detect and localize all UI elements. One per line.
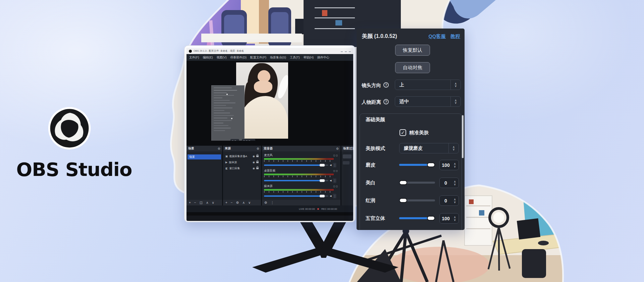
source-row[interactable]: ▣ 视频采集设备A ◉ [224,154,260,159]
restore-defaults-button[interactable]: 恢复默认 [395,45,430,56]
whitening-slider[interactable] [399,182,435,184]
rosy-label: 红润 [366,197,375,204]
media-source-icon: ▶ [225,161,227,164]
mixer-menu-button[interactable]: ⋮ [271,201,274,204]
portrait-feather [276,74,288,99]
tutorial-link[interactable]: 教程 [450,33,460,40]
volume-slider[interactable] [264,164,328,166]
lens-direction-select[interactable]: 上 ∧∨ [395,80,461,90]
channel-menu-button[interactable]: ⋮ [333,194,336,198]
menu-scene-collection[interactable]: 场景集合(S) [270,55,286,60]
facial-depth-value[interactable]: 100 ∧∨ [439,213,459,224]
sources-dock-title: 来源 [225,146,231,151]
visibility-eye-icon[interactable]: ◉ [253,155,255,158]
speaker-icon[interactable]: ◀ [330,164,331,167]
speaker-icon[interactable]: ◀ [330,179,331,182]
mixer-channel: 媒体源 ◻◻ ◀ ⋮ [264,184,338,198]
scene-item-selected[interactable]: 场景 [187,154,221,159]
transitions-dock: 场景过渡 [341,146,353,205]
preview-tab-layout[interactable] [242,139,255,141]
lock-icon[interactable] [256,161,259,163]
obs-window-logo-icon [189,50,192,53]
chevron-updown-icon[interactable]: ∧∨ [451,99,461,104]
menu-file[interactable]: 文件(F) [189,55,199,60]
scene-up-button[interactable]: ∧ [206,201,208,204]
rosy-slider[interactable] [399,199,435,201]
meter-ticks [264,191,334,193]
menu-edit[interactable]: 编辑(E) [203,55,213,60]
help-icon[interactable]: ? [383,82,389,88]
visibility-eye-icon[interactable]: ◉ [253,161,255,164]
facial-depth-slider[interactable] [399,217,435,219]
speaker-icon[interactable]: ◀ [330,195,331,197]
source-properties-button[interactable]: ⚙ [236,201,239,204]
mixer-settings-button[interactable]: ⚙ [264,201,267,204]
volume-slider[interactable] [264,180,328,181]
camera-source-icon: ▣ [225,155,228,158]
channel-options-icons[interactable]: ◻◻ [333,170,338,172]
transition-select[interactable] [343,154,352,158]
add-source-button[interactable]: + [225,201,227,204]
remove-source-button[interactable]: − [231,201,233,204]
source-row[interactable]: ◧ 窗口采集 ◉ [224,166,260,171]
obs-preview [186,61,353,141]
chevron-updown-icon[interactable]: ∧∨ [451,83,461,87]
monitor: OBS 29.1.3 - 配置文件: 未命名 - 场景: 未命名 文件(F) 编… [184,45,356,222]
menu-docks[interactable]: 停靠部件(D) [230,55,247,60]
source-up-button[interactable]: ∧ [243,201,245,204]
qq-support-link[interactable]: QQ客服 [428,33,446,40]
remove-scene-button[interactable]: − [194,201,196,204]
channel-menu-button[interactable]: ⋮ [333,163,336,168]
stepper-icon[interactable]: ∧∨ [452,198,459,203]
precise-skin-checkbox[interactable]: ✓ [399,129,406,136]
meter-ticks [264,160,334,162]
settings-dialog-capture [211,85,245,141]
stepper-icon[interactable]: ∧∨ [452,162,459,168]
visibility-eye-icon[interactable]: ◉ [253,167,255,170]
help-icon[interactable]: ? [383,99,389,104]
whitening-value[interactable]: 0 ∧∨ [439,178,459,188]
stepper-icon[interactable]: ∧∨ [452,180,459,186]
live-time: LIVE 00:00:00 [299,207,315,210]
meter-ticks [264,176,334,177]
lock-icon[interactable] [256,168,259,169]
smoothing-value[interactable]: 100 ∧∨ [439,160,459,170]
audio-meter [264,189,334,191]
window-source-icon: ◧ [225,167,228,170]
beauty-panel-title: 美颜 (1.0.0.52) [362,33,397,40]
window-controls[interactable] [341,50,351,52]
sources-dock: 来源 ⚙ ▣ 视频采集设备A ◉ ▶ 媒体源 ◉ [223,146,261,205]
gear-icon[interactable]: ⚙ [218,147,220,150]
menu-tools[interactable]: 工具(T) [290,55,300,60]
transition-duration[interactable] [343,161,350,164]
smoothing-label: 磨皮 [366,162,375,168]
autofocus-button[interactable]: 自动对焦 [395,62,430,73]
subject-distance-select[interactable]: 适中 ∧∨ [395,96,461,107]
source-down-button[interactable]: ∨ [248,201,251,204]
scene-down-button[interactable]: ∨ [212,201,214,204]
channel-menu-button[interactable]: ⋮ [333,178,336,183]
chevron-updown-icon[interactable]: ∧∨ [449,146,459,151]
menu-help[interactable]: 帮助(H) [304,55,314,60]
source-row[interactable]: ▶ 媒体源 ◉ [224,160,260,165]
smoothing-slider[interactable] [399,164,435,166]
skin-mode-select[interactable]: 朦胧磨皮 ∧∨ [399,143,459,153]
rosy-value[interactable]: 0 ∧∨ [439,195,459,206]
menu-view[interactable]: 视图(V) [217,55,227,60]
lock-icon[interactable] [256,155,259,157]
menu-profile[interactable]: 配置文件(P) [250,55,266,60]
stepper-icon[interactable]: ∧∨ [452,216,459,221]
panel-scrollbar[interactable] [462,115,464,158]
scene-filters-button[interactable]: ◫ [200,201,203,204]
promo-page: OBS Studio OBS 29.1.3 - 配置文件: 未命名 - 场景: … [0,0,644,282]
channel-options-icons[interactable]: ◻◻ [333,154,338,157]
gear-icon[interactable]: ⚙ [336,147,339,150]
lens-direction-label: 镜头方向 [362,82,381,89]
add-scene-button[interactable]: + [189,201,191,204]
channel-options-icons[interactable]: ◻◻ [333,185,338,188]
portrait-skin [254,81,273,93]
menu-plugin-center[interactable]: 插件中心 [317,55,329,60]
preview-tab-capture[interactable] [230,139,239,141]
volume-slider[interactable] [264,195,328,197]
gear-icon[interactable]: ⚙ [257,147,259,150]
